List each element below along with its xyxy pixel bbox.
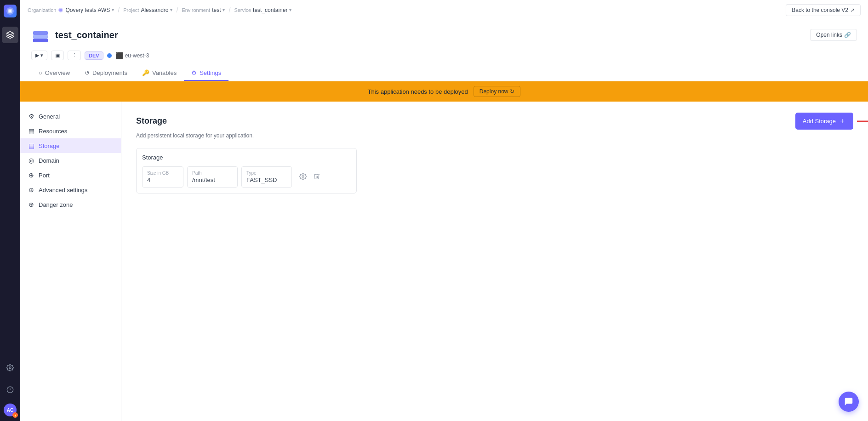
org-chevron[interactable]: ▾ — [112, 7, 114, 12]
breadcrumb-organization: Organization Qovery tests AWS ▾ — [28, 7, 114, 13]
terminal-icon: ▣ — [55, 52, 60, 58]
advanced-icon: ⊕ — [28, 186, 35, 193]
deploy-banner: This application needs to be deployed De… — [20, 81, 868, 102]
sidebar-item-domain[interactable]: ◎ Domain — [20, 153, 121, 168]
type-value: FAST_SSD — [246, 176, 287, 183]
link-icon: 🔗 — [844, 32, 851, 38]
port-icon: ⊕ — [28, 171, 35, 179]
path-field: Path /mnt/test — [187, 166, 238, 188]
tab-deployments[interactable]: ↺ Deployments — [77, 66, 135, 81]
delete-storage-button[interactable] — [311, 171, 322, 183]
sidebar-item-general[interactable]: ⚙ General — [20, 109, 121, 124]
proj-label: Project — [123, 7, 139, 13]
size-value: 4 — [147, 176, 178, 183]
tab-overview[interactable]: ○ Overview — [31, 66, 77, 81]
proj-chevron[interactable]: ▾ — [170, 7, 172, 12]
chat-icon — [844, 397, 854, 407]
field-actions — [297, 171, 322, 183]
settings-main: Storage Add Storage ＋ Add persiste — [121, 102, 868, 421]
info-rail-icon[interactable] — [2, 381, 18, 398]
variables-icon: 🔑 — [142, 69, 149, 76]
edit-storage-button[interactable] — [297, 171, 308, 183]
left-rail: AC 🔥 — [0, 0, 20, 421]
nav-tabs: ○ Overview ↺ Deployments 🔑 Variables ⚙ S… — [31, 66, 857, 81]
deploy-now-button[interactable]: Deploy now ↻ — [474, 86, 521, 97]
path-value: /mnt/test — [192, 176, 233, 183]
sep2: / — [176, 6, 178, 14]
red-arrow-icon — [857, 117, 868, 126]
storage-fields: Size in GB 4 Path /mnt/test Type FAST_SS… — [142, 166, 351, 188]
tab-variables[interactable]: 🔑 Variables — [135, 66, 184, 81]
svg-point-3 — [9, 367, 11, 369]
play-chevron: ▾ — [40, 52, 43, 58]
storage-card-header: Storage — [142, 154, 351, 161]
add-icon: ＋ — [839, 116, 846, 126]
terminal-button[interactable]: ▣ — [51, 51, 64, 60]
svg-rect-11 — [33, 39, 48, 42]
sidebar-layers-icon[interactable] — [2, 27, 18, 43]
org-icon — [58, 7, 63, 13]
breadcrumb-environment: Environment test ▾ — [182, 7, 225, 13]
sidebar-item-storage[interactable]: ▤ Storage — [20, 138, 121, 153]
avatar[interactable]: AC 🔥 — [4, 404, 17, 416]
sidebar-item-advanced-settings[interactable]: ⊕ Advanced settings — [20, 182, 121, 197]
arrow-annotation — [857, 117, 868, 126]
banner-message: This application needs to be deployed — [368, 88, 468, 95]
dev-badge: DEV — [85, 51, 103, 60]
sep1: / — [118, 6, 120, 14]
svg-rect-9 — [33, 35, 48, 39]
sidebar-item-resources[interactable]: ▦ Resources — [20, 124, 121, 138]
service-controls: ▶ ▾ ▣ ⋮ DEV ⬛ eu-west-3 — [31, 51, 149, 60]
org-label: Organization — [28, 7, 56, 13]
domain-icon: ◎ — [28, 157, 35, 164]
type-field: Type FAST_SSD — [241, 166, 292, 188]
storage-title: Storage — [136, 116, 167, 126]
topbar: Organization Qovery tests AWS ▾ / Projec… — [20, 0, 868, 20]
svc-label: Service — [234, 7, 251, 13]
content-area: ⚙ General ▦ Resources ▤ Storage ◎ Domain… — [20, 102, 868, 421]
storage-header: Storage Add Storage ＋ — [136, 113, 853, 130]
path-label: Path — [192, 171, 233, 176]
external-link-icon: ↗ — [850, 7, 855, 13]
play-button[interactable]: ▶ ▾ — [31, 51, 47, 60]
fire-badge: 🔥 — [12, 412, 18, 418]
svg-point-8 — [59, 9, 62, 11]
svg-point-14 — [302, 176, 304, 177]
svg-rect-10 — [33, 31, 48, 35]
more-icon: ⋮ — [72, 52, 77, 58]
chat-bubble-button[interactable] — [839, 392, 859, 412]
service-header: test_container Open links 🔗 ▶ ▾ ▣ ⋮ DEV — [20, 20, 868, 81]
service-title: test_container — [55, 30, 118, 40]
breadcrumb-project: Project Alessandro ▾ — [123, 7, 172, 13]
svc-value[interactable]: test_container — [253, 7, 287, 13]
refresh-icon: ↻ — [510, 88, 514, 95]
env-value[interactable]: test — [212, 7, 221, 13]
settings-tab-icon: ⚙ — [191, 69, 197, 76]
svc-chevron[interactable]: ▾ — [289, 7, 291, 12]
storage-icon: ▤ — [28, 142, 35, 149]
sidebar-item-port[interactable]: ⊕ Port — [20, 168, 121, 182]
settings-rail-icon[interactable] — [2, 359, 18, 376]
status-indicator — [107, 53, 112, 58]
region-badge: ⬛ eu-west-3 — [115, 52, 149, 59]
open-links-button[interactable]: Open links 🔗 — [810, 29, 857, 41]
danger-icon: ⊕ — [28, 201, 35, 208]
sidebar-item-danger-zone[interactable]: ⊕ Danger zone — [20, 197, 121, 212]
tab-settings[interactable]: ⚙ Settings — [184, 66, 228, 81]
logo-icon[interactable] — [4, 5, 17, 17]
overview-icon: ○ — [39, 69, 42, 76]
env-chevron[interactable]: ▾ — [223, 7, 225, 12]
breadcrumb-service: Service test_container ▾ — [234, 7, 291, 13]
more-button[interactable]: ⋮ — [68, 51, 81, 60]
add-storage-button[interactable]: Add Storage ＋ — [795, 113, 853, 130]
org-value[interactable]: Qovery tests AWS — [65, 7, 110, 13]
play-icon: ▶ — [35, 52, 39, 58]
type-label: Type — [246, 171, 287, 176]
general-icon: ⚙ — [28, 113, 35, 120]
proj-value[interactable]: Alessandro — [141, 7, 168, 13]
main-area: Organization Qovery tests AWS ▾ / Projec… — [20, 0, 868, 421]
back-to-console-button[interactable]: Back to the console V2 ↗ — [786, 4, 861, 16]
size-label: Size in GB — [147, 171, 178, 176]
service-top-row: test_container Open links 🔗 — [31, 26, 857, 44]
storage-description: Add persistent local storage for your ap… — [136, 132, 853, 139]
